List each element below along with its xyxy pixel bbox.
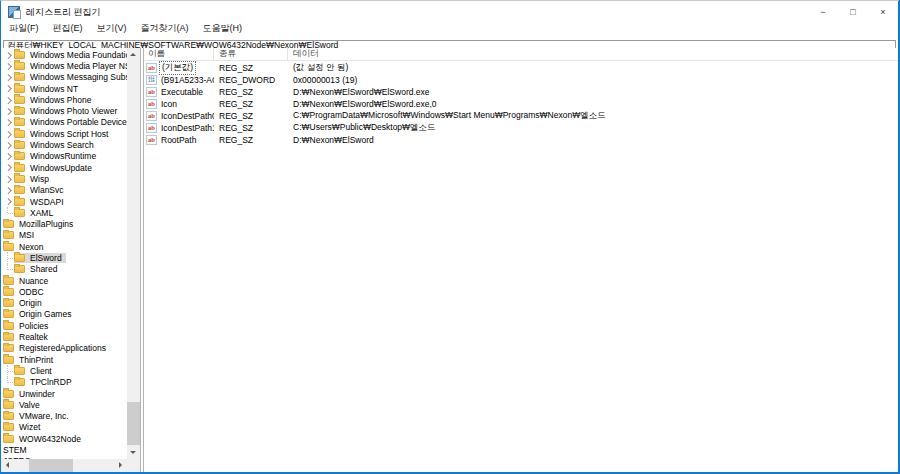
tree-item[interactable]: Origin: [1, 298, 127, 309]
tree-item[interactable]: MSI: [1, 230, 127, 241]
tree-item[interactable]: Client: [1, 365, 127, 376]
tree-item[interactable]: VMware, Inc.: [1, 411, 127, 422]
tree-item-content[interactable]: WindowsUpdate: [14, 163, 96, 173]
value-name-cell[interactable]: abIconDestPath1: [144, 123, 214, 133]
tree-item-content[interactable]: STEM: [1, 445, 31, 455]
tree-item-content[interactable]: WindowsRuntime: [14, 151, 100, 161]
maximize-button[interactable]: □: [838, 1, 868, 23]
chevron-right-icon[interactable]: [3, 94, 14, 105]
value-name-cell[interactable]: 011110(B91A5233-AC...: [144, 75, 214, 85]
tree-item-content[interactable]: ThinPrint: [3, 355, 57, 365]
chevron-right-icon[interactable]: [3, 162, 14, 173]
chevron-right-icon[interactable]: [3, 139, 14, 150]
chevron-right-icon[interactable]: [3, 196, 14, 207]
tree-item[interactable]: WindowsRuntime: [1, 151, 127, 162]
chevron-right-icon[interactable]: [3, 173, 14, 184]
scroll-right-arrow-icon[interactable]: [114, 459, 127, 472]
tree-item-content[interactable]: Windows Photo Viewer: [14, 106, 121, 116]
chevron-right-icon[interactable]: [3, 60, 14, 71]
tree-item-content[interactable]: Nexon: [3, 242, 48, 252]
value-name-cell[interactable]: ab(기본값): [144, 61, 214, 75]
tree-item[interactable]: Policies: [1, 320, 127, 331]
tree-item-content[interactable]: Nuance: [3, 276, 52, 286]
tree-item-content[interactable]: Windows Search: [14, 140, 98, 150]
tree-item[interactable]: Shared: [1, 264, 127, 275]
chevron-right-icon[interactable]: [3, 72, 14, 83]
tree-item[interactable]: Nuance: [1, 275, 127, 286]
tree-item[interactable]: Windows NT: [1, 83, 127, 94]
tree-item-content[interactable]: Windows Media Player NSS: [14, 61, 127, 71]
tree-item[interactable]: TPClnRDP: [1, 377, 127, 388]
value-name-cell[interactable]: abExecutable: [144, 87, 214, 97]
tree-item-content[interactable]: VMware, Inc.: [3, 411, 73, 421]
tree-item[interactable]: Nexon: [1, 241, 127, 252]
value-name-cell[interactable]: abIconDestPath0: [144, 111, 214, 121]
tree-item[interactable]: Windows Portable Devices: [1, 117, 127, 128]
tree-item-content[interactable]: ODBC: [3, 287, 48, 297]
tree-item-content[interactable]: RegisteredApplications: [3, 343, 110, 353]
value-row[interactable]: 011110(B91A5233-AC...REG_DWORD0x00000013…: [144, 74, 898, 86]
chevron-right-icon[interactable]: [3, 83, 14, 94]
tree-item-content[interactable]: Origin Games: [3, 309, 75, 319]
tree-item[interactable]: Realtek: [1, 331, 127, 342]
tree-item[interactable]: Wisp: [1, 173, 127, 184]
chevron-right-icon[interactable]: [3, 151, 14, 162]
tree-item[interactable]: ODBC: [1, 286, 127, 297]
tree-item-content[interactable]: Unwinder: [3, 389, 59, 399]
tree-item-content[interactable]: Wisp: [14, 174, 53, 184]
tree-item-content[interactable]: MSI: [3, 230, 38, 240]
tree-item[interactable]: MozillaPlugins: [1, 218, 127, 229]
chevron-right-icon[interactable]: [3, 49, 14, 60]
tree-item[interactable]: Valve: [1, 399, 127, 410]
tree-horizontal-scrollbar[interactable]: [1, 459, 127, 472]
tree-item[interactable]: ElSword: [1, 252, 127, 263]
tree-item[interactable]: Windows Phone: [1, 94, 127, 105]
chevron-right-icon[interactable]: [3, 117, 14, 128]
value-name-cell[interactable]: abIcon: [144, 99, 214, 109]
value-name-cell[interactable]: abRootPath: [144, 135, 214, 145]
column-header[interactable]: 종류: [214, 48, 288, 60]
vertical-scrollbar-thumb[interactable]: [127, 402, 140, 445]
tree-item[interactable]: Windows Messaging Subsyst: [1, 72, 127, 83]
tree-item-content[interactable]: WlanSvc: [14, 185, 68, 195]
tree-item-content[interactable]: Windows Phone: [14, 95, 95, 105]
tree-item-content[interactable]: Policies: [3, 321, 52, 331]
scroll-up-arrow-icon[interactable]: [127, 48, 140, 61]
tree-item[interactable]: XAML: [1, 207, 127, 218]
tree-item[interactable]: Origin Games: [1, 309, 127, 320]
tree-item[interactable]: WlanSvc: [1, 185, 127, 196]
tree-item-content[interactable]: WSDAPI: [14, 197, 68, 207]
tree-item-content[interactable]: Windows Script Host: [14, 129, 112, 139]
column-header[interactable]: 데이터: [288, 48, 898, 60]
tree-item-content[interactable]: WOW6432Node: [3, 434, 85, 444]
tree-item-content[interactable]: Windows Portable Devices: [14, 117, 127, 127]
tree-item-content[interactable]: Windows Media Foundation: [14, 50, 127, 60]
tree-item[interactable]: ThinPrint: [1, 354, 127, 365]
tree-item[interactable]: WindowsUpdate: [1, 162, 127, 173]
chevron-right-icon[interactable]: [3, 128, 14, 139]
tree-item-content[interactable]: Windows Messaging Subsyst: [14, 72, 127, 82]
tree-item-content[interactable]: TPClnRDP: [14, 377, 76, 387]
tree-item[interactable]: Windows Search: [1, 139, 127, 150]
tree-item-content[interactable]: Windows NT: [14, 84, 82, 94]
tree-item[interactable]: WOW6432Node: [1, 433, 127, 444]
value-row[interactable]: abIconDestPath1REG_SZC:₩Users₩Public₩Des…: [144, 122, 898, 134]
close-button[interactable]: ×: [868, 1, 898, 23]
horizontal-scrollbar-thumb[interactable]: [29, 459, 73, 472]
scroll-left-arrow-icon[interactable]: [1, 459, 14, 472]
tree-item-content[interactable]: Origin: [3, 298, 46, 308]
chevron-right-icon[interactable]: [3, 105, 14, 116]
tree-item-selected[interactable]: ElSword: [14, 253, 66, 263]
tree-item[interactable]: WSDAPI: [1, 196, 127, 207]
tree-item-content[interactable]: Wizet: [3, 422, 44, 432]
tree-item-content[interactable]: Valve: [3, 400, 44, 410]
tree-item[interactable]: Windows Photo Viewer: [1, 105, 127, 116]
minimize-button[interactable]: −: [808, 1, 838, 23]
value-row[interactable]: abIconREG_SZD:₩Nexon₩ElSword₩ElSword.exe…: [144, 98, 898, 110]
column-header[interactable]: 이름: [144, 48, 214, 60]
tree-vertical-scrollbar[interactable]: [127, 48, 140, 459]
value-row[interactable]: ab(기본값)REG_SZ(값 설정 안 됨): [144, 62, 898, 74]
tree-item[interactable]: RegisteredApplications: [1, 343, 127, 354]
tree-item-content[interactable]: Realtek: [3, 332, 52, 342]
tree-item[interactable]: Windows Media Player NSS: [1, 60, 127, 71]
